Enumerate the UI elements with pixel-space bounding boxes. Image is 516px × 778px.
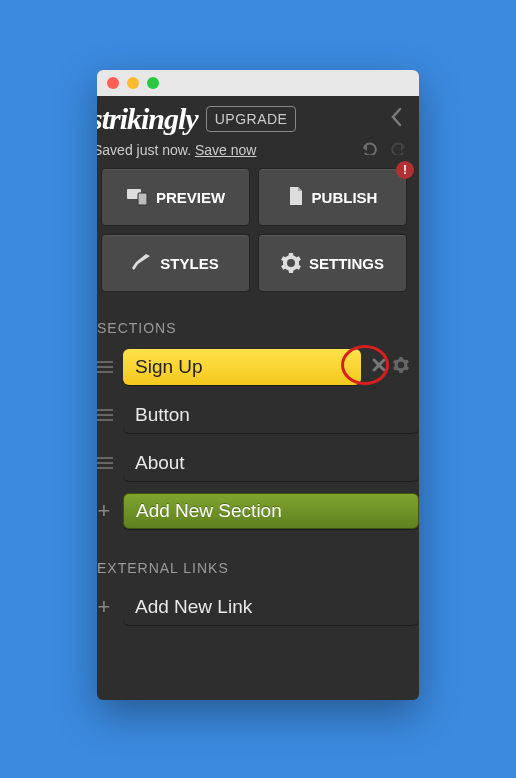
publish-label: PUBLISH — [312, 189, 378, 206]
styles-button[interactable]: STYLES — [101, 234, 250, 292]
section-label: Sign Up — [135, 356, 203, 378]
add-link-label: Add New Link — [135, 596, 252, 618]
preview-label: PREVIEW — [156, 189, 225, 206]
back-button[interactable] — [389, 107, 403, 131]
section-item-signup[interactable]: Sign Up — [97, 346, 419, 388]
save-status-row: Saved just now. Save now — [97, 141, 419, 168]
brand-logo: strikingly — [97, 102, 198, 136]
add-section-label: Add New Section — [136, 500, 282, 522]
external-links-heading: EXTERNAL LINKS — [97, 560, 419, 576]
plus-icon: + — [97, 498, 113, 524]
add-link-button[interactable]: Add New Link — [123, 589, 419, 625]
add-section-row[interactable]: + Add New Section — [97, 490, 419, 532]
styles-label: STYLES — [160, 255, 218, 272]
document-icon — [288, 187, 304, 207]
window-close-icon[interactable] — [107, 77, 119, 89]
preview-button[interactable]: PREVIEW — [101, 168, 250, 226]
settings-label: SETTINGS — [309, 255, 384, 272]
drag-handle-icon[interactable] — [97, 457, 113, 469]
main-actions: PREVIEW PUBLISH ! STYLES SETTINGS — [97, 168, 419, 292]
redo-icon — [389, 141, 409, 158]
sections-list: Sign Up Button About — [97, 346, 419, 532]
section-label: About — [135, 452, 185, 474]
alert-badge: ! — [396, 161, 414, 179]
devices-icon — [126, 188, 148, 206]
close-icon[interactable] — [371, 357, 387, 377]
links-list: + Add New Link — [97, 586, 419, 628]
app-header: strikingly UPGRADE — [97, 96, 419, 141]
save-status-text: Saved just now. — [97, 142, 191, 158]
svg-rect-1 — [138, 193, 147, 205]
add-section-button[interactable]: Add New Section — [123, 493, 419, 529]
window-titlebar — [97, 70, 419, 96]
section-item-about[interactable]: About — [97, 442, 419, 484]
undo-icon[interactable] — [359, 141, 379, 158]
section-pill[interactable]: Button — [123, 397, 419, 433]
drag-handle-icon[interactable] — [97, 409, 113, 421]
section-item-button[interactable]: Button — [97, 394, 419, 436]
upgrade-button[interactable]: UPGRADE — [206, 106, 297, 132]
settings-button[interactable]: SETTINGS — [258, 234, 407, 292]
gear-icon — [281, 253, 301, 273]
app-window: strikingly UPGRADE Saved just now. Save … — [97, 70, 419, 700]
section-label: Button — [135, 404, 190, 426]
window-zoom-icon[interactable] — [147, 77, 159, 89]
brush-icon — [132, 254, 152, 272]
drag-handle-icon[interactable] — [97, 361, 113, 373]
section-pill-active[interactable]: Sign Up — [123, 349, 361, 385]
add-link-row[interactable]: + Add New Link — [97, 586, 419, 628]
plus-icon: + — [97, 594, 113, 620]
section-pill[interactable]: About — [123, 445, 419, 481]
save-now-link[interactable]: Save now — [195, 142, 256, 158]
gear-icon[interactable] — [393, 357, 409, 377]
publish-button[interactable]: PUBLISH ! — [258, 168, 407, 226]
window-minimize-icon[interactable] — [127, 77, 139, 89]
sections-heading: SECTIONS — [97, 320, 419, 336]
